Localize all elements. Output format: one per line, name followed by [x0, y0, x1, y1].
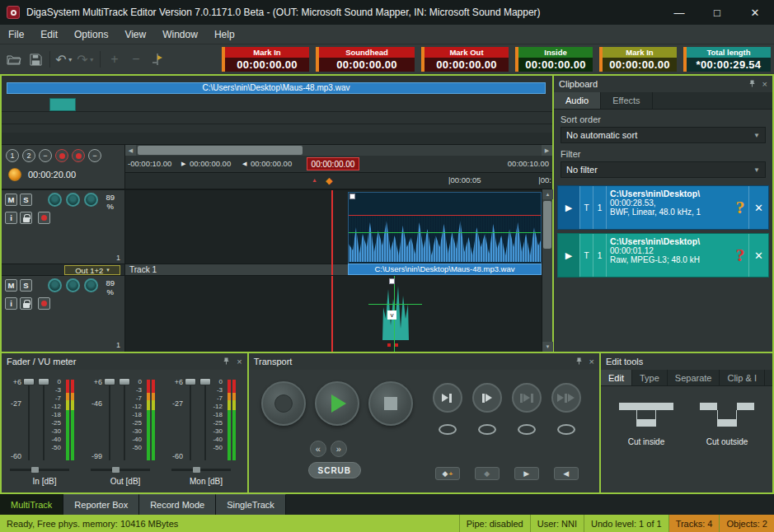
- marker-1-button[interactable]: 1: [6, 149, 19, 162]
- pin-icon[interactable]: [223, 357, 230, 366]
- clip-name-bar[interactable]: C:\Users\nin\Desktop\Maus-48.mp3.wav: [348, 264, 542, 275]
- close-panel-icon[interactable]: ×: [237, 357, 242, 366]
- balance-thumb[interactable]: [31, 467, 39, 473]
- play-button[interactable]: [315, 381, 359, 426]
- mark-in2-value[interactable]: 00:00:00.00: [603, 58, 677, 72]
- tab-audio[interactable]: Audio: [554, 92, 601, 109]
- remove-marker-button[interactable]: −: [39, 149, 52, 162]
- tab-clip[interactable]: Clip & I: [720, 370, 764, 385]
- horizontal-scrollbar[interactable]: ◀ ▶: [125, 145, 552, 156]
- soundhead-value[interactable]: 00:00:00.00: [319, 58, 415, 72]
- goto-marker-button[interactable]: ◆: [475, 467, 500, 480]
- project-overview[interactable]: C:\Users\nin\Desktop\Maus-48.mp3.wav: [2, 76, 552, 145]
- record-button[interactable]: [261, 381, 306, 426]
- arm-record-button[interactable]: [38, 297, 50, 310]
- clipboard-item[interactable]: ▶ T 1 C:\Users\nin\Desktop\ 00:00:28.53,…: [557, 185, 769, 230]
- fader-thumb[interactable]: [104, 378, 115, 385]
- loop-button[interactable]: [557, 424, 575, 435]
- info-button[interactable]: i: [5, 212, 17, 224]
- remove-item-button[interactable]: ✕: [748, 186, 768, 229]
- scroll-up-arrow[interactable]: ▲: [542, 189, 553, 199]
- mark-in-value[interactable]: 00:00:00.00: [225, 58, 309, 72]
- pan-knob[interactable]: [48, 193, 62, 207]
- audio-clip[interactable]: [348, 192, 542, 264]
- hscroll-thumb[interactable]: [138, 146, 303, 155]
- maximize-button[interactable]: □: [698, 0, 736, 25]
- filter-select[interactable]: No filter ▼: [561, 161, 766, 178]
- tab-separate[interactable]: Separate: [668, 370, 720, 385]
- menu-options[interactable]: Options: [66, 25, 116, 44]
- overview-clip-title[interactable]: C:\Users\nin\Desktop\Maus-48.mp3.wav: [7, 82, 546, 94]
- play-from-mark-button[interactable]: [472, 383, 502, 413]
- clip-handle[interactable]: [389, 278, 395, 284]
- close-button[interactable]: ✕: [736, 0, 774, 25]
- loop-button[interactable]: [478, 424, 496, 435]
- play-item-button[interactable]: ▶: [558, 186, 579, 229]
- redo-button[interactable]: ↷▼: [75, 49, 96, 70]
- play-between-marks-button[interactable]: [512, 383, 542, 413]
- open-button[interactable]: [3, 49, 25, 70]
- cut-outside-tool[interactable]: Cut outside: [688, 396, 766, 446]
- balance-track[interactable]: [10, 469, 69, 471]
- close-panel-icon[interactable]: ×: [589, 357, 594, 366]
- balance-track[interactable]: [171, 469, 231, 471]
- scroll-down-arrow[interactable]: ▼: [542, 342, 553, 352]
- hscroll-track[interactable]: [136, 145, 542, 156]
- tab-multitrack[interactable]: MultiTrack: [0, 494, 63, 515]
- inside-value[interactable]: 00:00:00.00: [518, 58, 593, 72]
- fader-thumb[interactable]: [23, 378, 35, 385]
- zoom-out-button[interactable]: −: [125, 49, 147, 70]
- fader-thumb[interactable]: [38, 378, 49, 385]
- arm-record-button[interactable]: [38, 212, 50, 224]
- menu-help[interactable]: Help: [206, 25, 243, 44]
- loop-button[interactable]: [439, 424, 457, 435]
- mark-out-value[interactable]: 00:00:00.00: [425, 58, 509, 72]
- scroll-left-arrow[interactable]: ◀: [125, 145, 136, 156]
- solo-button[interactable]: S: [20, 194, 32, 206]
- level-line[interactable]: [349, 232, 541, 233]
- fader-thumb[interactable]: [199, 378, 211, 385]
- output-selector[interactable]: Out 1+2▾: [64, 265, 120, 275]
- pan-knob[interactable]: [48, 278, 62, 292]
- marker-strip[interactable]: ▲ ◆ |00:00:05 |00:: [125, 173, 552, 189]
- zoom-in-button[interactable]: +: [104, 49, 125, 70]
- balance-thumb[interactable]: [112, 467, 120, 473]
- marker-tool-icon[interactable]: [147, 49, 168, 70]
- scrub-button[interactable]: SCRUB: [308, 462, 361, 478]
- record-marker-2-button[interactable]: [72, 149, 85, 162]
- play-to-mark-button[interactable]: [433, 383, 462, 413]
- time-ruler[interactable]: -00:00:10.00 ▶ 00:00:00.00 ◀ 00:00:00.00…: [125, 156, 552, 173]
- add-marker-button[interactable]: ◆+: [435, 467, 460, 480]
- jog-wheel-icon[interactable]: [8, 168, 21, 181]
- track1-canvas[interactable]: Track 1 C:\Users\nin\Desktop\Maus-48.mp3…: [125, 190, 542, 275]
- loop-button[interactable]: [518, 424, 536, 435]
- scroll-right-arrow[interactable]: ▶: [542, 145, 552, 156]
- remove-marker-2-button[interactable]: −: [88, 149, 101, 162]
- cut-inside-tool[interactable]: Cut inside: [607, 396, 685, 446]
- fader-thumb[interactable]: [119, 378, 130, 385]
- play-item-button[interactable]: ▶: [558, 234, 579, 277]
- remove-item-button[interactable]: ✕: [748, 234, 768, 277]
- tab-edit[interactable]: Edit: [601, 370, 632, 385]
- playhead[interactable]: [331, 190, 333, 275]
- balance-thumb[interactable]: [193, 467, 200, 473]
- playhead-marker-icon[interactable]: ◆: [326, 175, 332, 186]
- aux-knob[interactable]: [84, 193, 98, 207]
- step-forward-button[interactable]: »: [331, 441, 347, 457]
- undo-button[interactable]: ↶▼: [54, 49, 75, 70]
- stop-button[interactable]: [368, 381, 413, 426]
- overview-clip-segment[interactable]: [49, 98, 76, 111]
- menu-edit[interactable]: Edit: [32, 25, 66, 44]
- marker-checkbox[interactable]: v: [387, 310, 396, 320]
- menu-window[interactable]: Window: [154, 25, 206, 44]
- solo-button[interactable]: S: [20, 279, 32, 292]
- clip-handle[interactable]: [349, 194, 355, 199]
- tab-reporter-box[interactable]: Reporter Box: [63, 494, 139, 515]
- lock-button[interactable]: [20, 297, 32, 310]
- track-name[interactable]: Track 1: [125, 264, 348, 275]
- fader-thumb[interactable]: [185, 378, 196, 385]
- clipboard-item[interactable]: ▶ T 1 C:\Users\nin\Desktop\ 00:00:01.12 …: [557, 233, 769, 278]
- mute-button[interactable]: M: [5, 279, 17, 292]
- gain-knob[interactable]: [66, 193, 80, 207]
- tab-type[interactable]: Type: [632, 370, 668, 385]
